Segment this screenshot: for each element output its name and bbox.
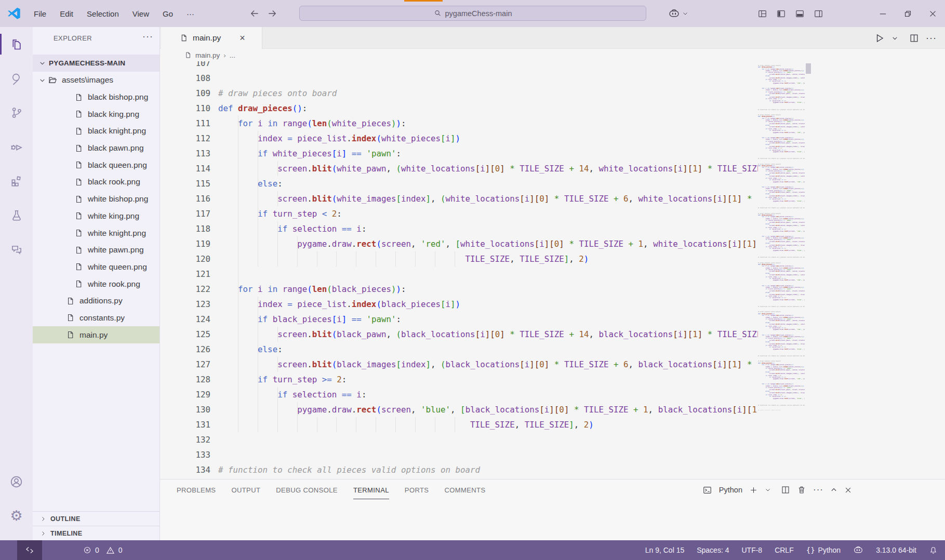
activity-extensions[interactable] [0, 164, 33, 198]
tree-item-black-king-png[interactable]: black king.png [33, 105, 159, 123]
tree-item-additions-py[interactable]: additions.py [33, 292, 159, 310]
tree-item-white-knight-png[interactable]: white knight.png [33, 224, 159, 242]
kill-terminal-icon[interactable] [797, 485, 806, 495]
code-line-112[interactable]: 112 index = piece_list.index(white_piece… [160, 131, 758, 146]
tree-item-white-queen-png[interactable]: white queen.png [33, 259, 159, 276]
code-line-118[interactable]: 118 if selection == i: [160, 221, 758, 236]
tree-item-white-bishop-png[interactable]: white bishop.png [33, 191, 159, 208]
tree-item-black-pawn-png[interactable]: black pawn.png [33, 140, 159, 157]
maximize-panel-icon[interactable] [830, 486, 837, 494]
more-actions-icon[interactable]: ··· [926, 33, 937, 44]
panel-tab-comments[interactable]: COMMENTS [444, 479, 485, 500]
tree-item-black-rook-png[interactable]: black rook.png [33, 174, 159, 191]
tree-item-constants-py[interactable]: constants.py [33, 310, 159, 327]
code-line-127[interactable]: 127 screen.blit(black_images[index], (bl… [160, 357, 758, 372]
panel-more-icon[interactable]: ··· [813, 485, 823, 495]
back-arrow-icon[interactable] [249, 8, 260, 19]
tab-main-py[interactable]: main.py × [161, 27, 262, 49]
panel-tab-output[interactable]: OUTPUT [231, 479, 260, 500]
toggle-secondary-sidebar-icon[interactable] [814, 9, 823, 19]
code-line-109[interactable]: 109# draw pieces onto board [160, 86, 758, 101]
minimap[interactable]: # draw pieces onto boarddef draw_pieces(… [758, 61, 805, 410]
outline-section[interactable]: OUTLINE [33, 511, 159, 526]
code-line-117[interactable]: 117 if turn_step < 2: [160, 206, 758, 221]
tree-item-black-bishop-png[interactable]: black bishop.png [33, 89, 159, 106]
code-line-125[interactable]: 125 screen.blit(black_pawn, (black_locat… [160, 327, 758, 342]
command-center-search[interactable]: pygameChess-main [299, 6, 646, 21]
code-line-129[interactable]: 129 if selection == i: [160, 387, 758, 402]
code-line-111[interactable]: 111 for i in range(len(white_pieces)): [160, 116, 758, 131]
minimize-button[interactable] [870, 0, 895, 27]
terminal-profile-label[interactable]: Python [719, 486, 742, 494]
menu-moremoremore[interactable]: ··· [180, 6, 201, 21]
toggle-panel-icon[interactable] [795, 9, 805, 19]
activity-testing[interactable] [0, 198, 33, 233]
cursor-position[interactable]: Ln 9, Col 15 [645, 546, 685, 554]
breadcrumb-more[interactable]: ... [230, 51, 235, 59]
menu-edit[interactable]: Edit [53, 6, 80, 21]
close-panel-icon[interactable] [844, 486, 852, 494]
code-line-114[interactable]: 114 screen.blit(white_pawn, (white_locat… [160, 161, 758, 176]
code-line-115[interactable]: 115 else: [160, 176, 758, 191]
code-line-110[interactable]: 110def draw_pieces(): [160, 101, 758, 116]
code-line-130[interactable]: 130 pygame.draw.rect(screen, 'blue', [bl… [160, 402, 758, 417]
tree-item-white-rook-png[interactable]: white rook.png [33, 275, 159, 292]
code-line-131[interactable]: 131 TILE_SIZE, TILE_SIZE], 2) [160, 417, 758, 432]
code-line-124[interactable]: 124 if black_pieces[i] == 'pawn': [160, 312, 758, 327]
forward-arrow-icon[interactable] [267, 8, 277, 19]
run-button[interactable] [874, 33, 885, 44]
code-line-132[interactable]: 132 [160, 432, 758, 447]
customize-layout-icon[interactable] [757, 9, 767, 19]
code-line-121[interactable]: 121 [160, 266, 758, 282]
remote-indicator[interactable] [17, 540, 42, 560]
activity-explorer[interactable] [0, 27, 33, 61]
code-line-116[interactable]: 116 screen.blit(white_images[index], (wh… [160, 191, 758, 206]
tab-close-icon[interactable]: × [239, 33, 245, 44]
menu-selection[interactable]: Selection [80, 6, 126, 21]
indentation[interactable]: Spaces: 4 [697, 546, 729, 554]
tree-item-white-king-png[interactable]: white king.png [33, 208, 159, 225]
code-line-123[interactable]: 123 index = piece_list.index(black_piece… [160, 297, 758, 312]
activity-search[interactable] [0, 61, 33, 96]
notifications[interactable] [929, 546, 938, 555]
run-chevron-down-icon[interactable] [891, 35, 898, 42]
editor-scrollbar[interactable] [806, 63, 811, 74]
workspace-root-row[interactable]: PYGAMECHESS-MAIN [33, 55, 159, 72]
menu-view[interactable]: View [126, 6, 156, 21]
restore-button[interactable] [895, 0, 920, 27]
code-line-119[interactable]: 119 pygame.draw.rect(screen, 'red', [whi… [160, 236, 758, 251]
breadcrumb[interactable]: main.py › ... [160, 49, 945, 61]
copilot-menu[interactable] [668, 0, 688, 27]
terminal-dropdown-icon[interactable] [765, 487, 771, 493]
code-line-120[interactable]: 120 TILE_SIZE, TILE_SIZE], 2) [160, 251, 758, 266]
panel-tab-problems[interactable]: PROBLEMS [177, 479, 216, 500]
explorer-more-icon[interactable]: ··· [142, 31, 153, 42]
activity-source-control[interactable] [0, 96, 33, 130]
menu-file[interactable]: File [27, 6, 53, 21]
split-editor-icon[interactable] [909, 33, 919, 43]
code-line-122[interactable]: 122 for i in range(len(black_pieces)): [160, 282, 758, 297]
tree-item-assets-images[interactable]: assets\images [33, 72, 159, 89]
timeline-section[interactable]: TIMELINE [33, 526, 159, 540]
panel-tab-terminal[interactable]: TERMINAL [353, 479, 389, 500]
panel-tab-ports[interactable]: PORTS [405, 479, 429, 500]
split-terminal-icon[interactable] [781, 485, 790, 495]
code-line-113[interactable]: 113 if white_pieces[i] == 'pawn': [160, 146, 758, 161]
encoding[interactable]: UTF-8 [741, 546, 762, 554]
code-line-126[interactable]: 126 else: [160, 342, 758, 357]
activity-settings[interactable]: ⚙ [0, 499, 33, 533]
code-line-133[interactable]: 133 [160, 447, 758, 462]
tree-item-white-pawn-png[interactable]: white pawn.png [33, 242, 159, 259]
code-line-128[interactable]: 128 if turn_step >= 2: [160, 372, 758, 387]
python-interpreter[interactable]: 3.13.0 64-bit [876, 546, 916, 554]
new-terminal-icon[interactable] [749, 486, 758, 495]
close-button[interactable] [920, 0, 945, 27]
toggle-primary-sidebar-icon[interactable] [776, 9, 786, 19]
menu-go[interactable]: Go [156, 6, 180, 21]
code-line-134[interactable]: 134# function to check all pieces valid … [160, 462, 758, 477]
panel-tab-debug-console[interactable]: DEBUG CONSOLE [276, 479, 338, 500]
activity-account[interactable] [0, 464, 33, 499]
activity-comments[interactable] [0, 233, 33, 267]
activity-run-debug[interactable] [0, 130, 33, 164]
language-mode[interactable]: {}Python [806, 546, 841, 554]
